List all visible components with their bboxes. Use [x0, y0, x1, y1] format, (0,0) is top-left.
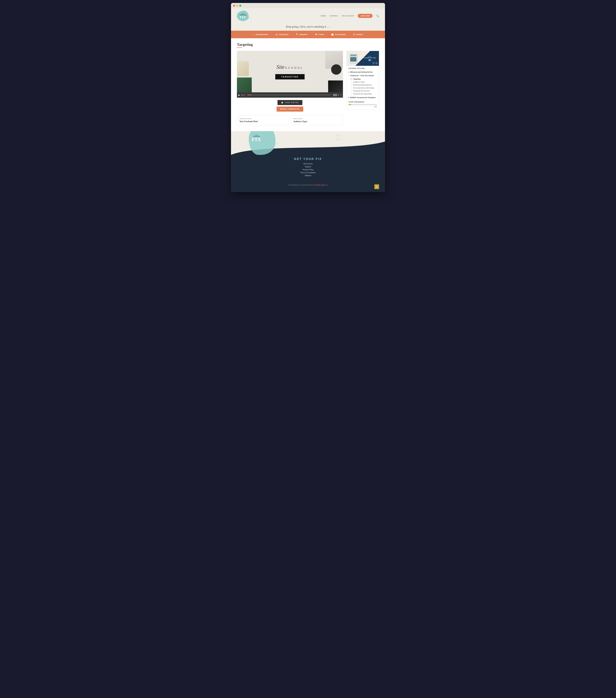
progress-percent: 10% [348, 106, 377, 108]
sidebar: 🌿 Savelle FACEBOOK ADS ▶ ‹ › [346, 51, 379, 125]
welcome-message: Keep going, Chris, you're smashing it . … [286, 25, 330, 28]
check-fb-ad-structure [350, 90, 352, 92]
settings-icon[interactable]: ⚙ [338, 94, 339, 96]
footer-logo: the marketing FIX [252, 134, 261, 142]
outline-audiences-header[interactable]: ▼ Audiences – Find Your People [348, 74, 377, 77]
nav-perks-label: PERKS [356, 34, 363, 36]
content-area: Site SCHOOL ✦ TARGETING [237, 51, 343, 125]
take-notes-label: TAKE NOTES [285, 101, 299, 103]
site-footer: the marketing FIX ++ ≋≋≋⊙≋≋≋ GET YOUR FI… [231, 131, 385, 192]
outline-bonus-header[interactable]: ▶ BONUS: Facebook Ad Templates [348, 96, 377, 99]
footer-links-section: GET YOUR FIX My Account Support Privacy … [294, 157, 322, 178]
nav-item-dashboard[interactable]: ⌂ DASHBOARD [249, 31, 272, 38]
outline-item-build-essential[interactable]: Build Essential Audiences [350, 83, 377, 86]
outline-bonus-arrow: ▶ [348, 97, 349, 98]
footer-legal-prefix: The Marketing Fix is wholly owned by [288, 184, 313, 186]
video-controls: ▶ 02:12 ▐▐▐ ⚙ ⤢ [237, 92, 343, 98]
nav-item-library[interactable]: ⤒ LIBRARY [292, 31, 311, 38]
footer-link-my-account[interactable]: My Account [294, 163, 322, 165]
nav-home[interactable]: HOME [320, 15, 326, 17]
mac-minimize-btn[interactable] [236, 5, 238, 7]
sidebar-card: 🌿 Savelle FACEBOOK ADS ▶ ‹ › [346, 51, 379, 110]
progress-bar-inner [348, 104, 351, 105]
mac-fullscreen-btn[interactable] [239, 5, 241, 7]
courses-icon: ▭ [275, 33, 278, 36]
outline-items-audiences: Targeting Audience Types Build Essential… [348, 78, 377, 95]
sidebar-next-arrow[interactable]: › [375, 62, 378, 64]
nav-my-account[interactable]: MY ACCOUNT [342, 15, 354, 17]
footer-link-affiliates[interactable]: Affiliates [294, 174, 322, 177]
corner-decoration-left [237, 61, 249, 76]
volume-icon[interactable]: ▐▐▐ [333, 94, 336, 96]
outline-audiences-arrow: ▼ [348, 75, 349, 76]
label-audience-types: Audience Types [353, 81, 365, 83]
targeting-label: TARGETING [275, 74, 304, 80]
outline-welcome-header[interactable]: ▶ Welcome and Getting Set Up [348, 71, 377, 73]
nav-item-courses[interactable]: ▭ COURSES [272, 31, 292, 38]
fullscreen-icon[interactable]: ⤢ [340, 94, 342, 96]
outline-item-fb-ad-copywriting[interactable]: Facebook Ad Copywriting [350, 92, 377, 95]
calendar-icon: ▦ [331, 33, 334, 36]
course-nav-inner: ⌂ DASHBOARD ▭ COURSES ⤒ LIBRARY ☀ FIXES … [249, 31, 367, 38]
prev-lesson-card[interactable]: Previous Lesson Your Facebook Pixel [237, 115, 289, 125]
mark-complete-button[interactable]: MARK COMPLETE [277, 107, 303, 112]
take-notes-button[interactable]: 📋 TAKE NOTES [277, 100, 302, 105]
outline-item-fb-ad-structure[interactable]: Facebook Ad Structure [350, 89, 377, 92]
label-fb-ad-structure: Facebook Ad Structure [353, 90, 370, 92]
time-display: 02:12 [241, 94, 245, 96]
sidebar-prev-arrow[interactable]: ‹ [372, 62, 375, 64]
footer-link-terms[interactable]: Terms & Conditions [294, 172, 322, 174]
nav-dashboard-label: DASHBOARD [256, 34, 268, 36]
outline-section-bonus: ▶ BONUS: Facebook Ad Templates [348, 96, 377, 99]
label-ad-components: Ad Components & Ad Design [353, 87, 374, 89]
nav-item-calendar[interactable]: ▦ CALENDAR [328, 31, 349, 38]
footer-link-support[interactable]: Support [294, 166, 322, 168]
outline-item-ad-components[interactable]: Ad Components & Ad Design [350, 86, 377, 89]
lesson-nav: Previous Lesson Your Facebook Pixel Next… [237, 115, 343, 125]
school-name-area: Site SCHOOL [276, 64, 303, 71]
logo-plus-decoration: + + [248, 16, 252, 19]
outline-welcome-arrow: ▶ [348, 71, 349, 73]
play-button[interactable]: ▶ [239, 94, 240, 96]
footer-logo-fix: FIX [252, 137, 261, 142]
check-build-essential [350, 84, 352, 86]
next-lesson-title: Audience Types [293, 120, 341, 123]
current-time: 02:12 [241, 94, 245, 96]
footer-link-privacy[interactable]: Privacy Policy [294, 169, 322, 171]
mac-close-btn[interactable] [233, 5, 235, 7]
logo-area: the marketing FIX + + [237, 11, 249, 21]
site-header: the marketing FIX + + HOME CONTACT MY AC… [231, 8, 385, 23]
next-lesson-label: Next Lesson [293, 118, 341, 120]
sidebar-savelle: Savelle [363, 56, 376, 57]
dashboard-icon: ⌂ [253, 33, 255, 36]
outline-item-targeting[interactable]: Targeting [350, 78, 377, 81]
course-nav: ⌂ DASHBOARD ▭ COURSES ⤒ LIBRARY ☀ FIXES … [231, 31, 385, 38]
check-targeting [350, 78, 352, 80]
next-lesson-card[interactable]: Next Lesson Audience Types [291, 115, 343, 125]
action-buttons: 📋 TAKE NOTES MARK COMPLETE [237, 100, 343, 112]
check-audience-types [350, 81, 352, 83]
nav-item-fixes[interactable]: ☀ FIXES [311, 31, 328, 38]
sidebar-facebook-ads: FACEBOOK ADS [363, 57, 376, 58]
footer-plus-marks: ++ [277, 141, 278, 149]
corner-decoration-bottom-right [328, 81, 343, 92]
progress-section: YOUR PROGRESS 10% [348, 101, 377, 108]
footer-get-fix-title: GET YOUR FIX [294, 157, 322, 160]
outline-item-audience-types[interactable]: Audience Types [350, 81, 377, 83]
label-fb-ad-copywriting: Facebook Ad Copywriting [353, 93, 372, 95]
footer-design-space-link[interactable]: The Design Space Co. [313, 184, 328, 186]
main-layout: Site SCHOOL ✦ TARGETING [237, 51, 379, 125]
sidebar-notebook: 🌿 [349, 54, 357, 63]
scroll-to-top-button[interactable]: ▲ [374, 184, 379, 189]
video-bg: Site SCHOOL ✦ TARGETING [237, 51, 343, 92]
footer-transition: the marketing FIX ++ ≋≋≋⊙≋≋≋ [231, 131, 385, 155]
outline-welcome-label: Welcome and Getting Set Up [350, 71, 372, 73]
nav-contact[interactable]: CONTACT [330, 15, 338, 17]
nav-item-perks[interactable]: ⬡ PERKS [349, 31, 367, 38]
notebook-line1 [350, 55, 356, 56]
search-icon[interactable]: 🔍 [376, 15, 379, 17]
video-progress-bar[interactable] [247, 95, 330, 95]
notebook-leaf: 🌿 [353, 59, 354, 60]
corner-decoration-mid-right [331, 64, 342, 75]
join-now-button[interactable]: JOIN NOW [358, 14, 373, 18]
